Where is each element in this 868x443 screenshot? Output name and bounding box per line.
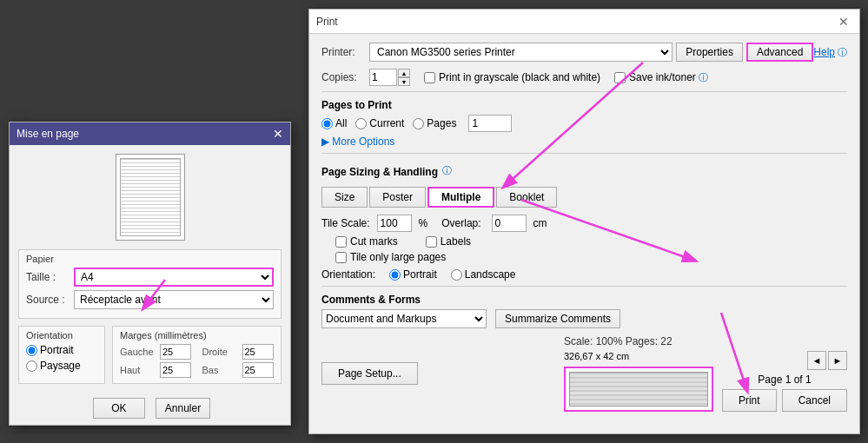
- grayscale-checkbox[interactable]: [424, 72, 435, 83]
- print-close-button[interactable]: ✕: [835, 15, 852, 29]
- tile-scale-row: Tile Scale: % Overlap: cm: [321, 215, 847, 232]
- tile-scale-input[interactable]: [377, 215, 412, 232]
- more-options-link[interactable]: ▶ More Options: [321, 136, 847, 148]
- nav-prev-button[interactable]: ◄: [807, 351, 826, 370]
- bottom-buttons: Print Cancel: [722, 389, 847, 412]
- taille-label: Taille :: [26, 271, 74, 283]
- page-info: Page 1 of 1: [722, 374, 847, 386]
- grayscale-label: Print in grayscale (black and white): [439, 71, 600, 83]
- gauche-input[interactable]: [160, 344, 191, 360]
- grayscale-checkbox-label[interactable]: Print in grayscale (black and white): [424, 71, 600, 83]
- marges-section: Marges (millimètres) Gauche Droite Haut: [112, 326, 282, 384]
- mise-paysage-text: Paysage: [40, 360, 81, 372]
- current-radio[interactable]: [355, 118, 367, 129]
- tab-multiple[interactable]: Multiple: [427, 187, 494, 208]
- copies-up-button[interactable]: ▲: [398, 69, 410, 77]
- marges-section-title: Marges (millimètres): [120, 330, 274, 341]
- bas-input[interactable]: [242, 362, 274, 378]
- preview-image: [569, 372, 708, 407]
- print-dialog: Print ✕ Printer: Canon MG3500 series Pri…: [308, 9, 860, 434]
- cut-marks-checkbox[interactable]: [335, 236, 347, 248]
- comments-select[interactable]: Document and Markups: [321, 309, 487, 328]
- properties-button[interactable]: Properties: [676, 43, 743, 62]
- copies-down-button[interactable]: ▼: [398, 77, 410, 86]
- copies-spinner: ▲ ▼: [398, 69, 410, 86]
- nav-next-button[interactable]: ►: [828, 351, 847, 370]
- mise-paysage-radio[interactable]: [26, 360, 37, 372]
- pages-radio[interactable]: [413, 118, 424, 129]
- save-ink-info-icon: ⓘ: [699, 71, 708, 84]
- taille-row: Taille : A4: [26, 268, 274, 287]
- tab-poster[interactable]: Poster: [369, 187, 426, 208]
- comments-row: Document and Markups Summarize Comments: [321, 309, 847, 328]
- printer-row: Printer: Canon MG3500 series Printer Pro…: [321, 43, 847, 62]
- all-label: All: [335, 117, 347, 129]
- landscape-radio[interactable]: [451, 269, 462, 281]
- tile-only-row: Tile only large pages: [321, 251, 847, 263]
- save-ink-checkbox[interactable]: [614, 72, 626, 83]
- summarize-comments-button[interactable]: Summarize Comments: [495, 309, 620, 328]
- labels-checkbox[interactable]: [426, 236, 437, 248]
- mise-portrait-text: Portrait: [40, 344, 74, 356]
- gauche-row: Gauche: [120, 344, 192, 360]
- print-dialog-body: Printer: Canon MG3500 series Printer Pro…: [309, 34, 859, 420]
- portrait-radio-label[interactable]: Portrait: [389, 268, 437, 281]
- orientation-marges-row: Orientation Portrait Paysage Marges (mil…: [18, 326, 282, 391]
- portrait-label: Portrait: [403, 268, 437, 281]
- copies-input[interactable]: [369, 69, 397, 86]
- all-radio[interactable]: [321, 118, 333, 129]
- landscape-radio-label[interactable]: Landscape: [451, 268, 516, 281]
- preview-box: [564, 367, 713, 412]
- preview-section: 326,67 x 42 cm ◄ ► Page 1 of 1: [564, 351, 847, 412]
- taille-select[interactable]: A4: [74, 268, 274, 287]
- print-button[interactable]: Print: [722, 389, 777, 412]
- footer-row: Page Setup... Scale: 100% Pages: 22 326,…: [321, 335, 847, 412]
- current-radio-label[interactable]: Current: [355, 117, 404, 129]
- pages-input[interactable]: [468, 115, 512, 132]
- save-ink-checkbox-label[interactable]: Save ink/toner: [614, 71, 696, 83]
- printer-select[interactable]: Canon MG3500 series Printer: [369, 43, 673, 62]
- portrait-radio[interactable]: [389, 269, 401, 281]
- cut-marks-label[interactable]: Cut marks: [335, 235, 398, 248]
- nav-page-section: ◄ ► Page 1 of 1 Print Cancel: [722, 351, 847, 412]
- mise-preview-inner: [120, 158, 181, 236]
- right-section: Scale: 100% Pages: 22 326,67 x 42 cm: [564, 335, 847, 412]
- source-select[interactable]: Réceptacle avant: [74, 290, 274, 309]
- tile-only-label[interactable]: Tile only large pages: [335, 251, 847, 263]
- tile-checkboxes-row: Cut marks Labels: [321, 235, 847, 248]
- orientation-label: Orientation:: [321, 268, 375, 281]
- copies-row: Copies: ▲ ▼ Print in grayscale (black an…: [321, 69, 847, 86]
- mise-en-page-dialog: Mise en page ✕ Papier Taille : A4 Source…: [9, 122, 291, 426]
- tile-scale-label: Tile Scale:: [321, 217, 370, 229]
- page-sizing-header: Page Sizing & Handling ⓘ: [321, 159, 847, 182]
- mise-paysage-label[interactable]: Paysage: [26, 360, 97, 372]
- page-sizing-title: Page Sizing & Handling: [321, 166, 438, 178]
- save-ink-label: Save ink/toner: [629, 71, 696, 83]
- orientation-row: Orientation: Portrait Landscape: [321, 268, 847, 281]
- page-setup-button[interactable]: Page Setup...: [321, 362, 418, 385]
- mise-portrait-radio[interactable]: [26, 345, 37, 356]
- mise-close-button[interactable]: ✕: [273, 127, 283, 141]
- tile-only-checkbox[interactable]: [335, 252, 347, 263]
- gauche-label: Gauche: [120, 347, 156, 357]
- droite-input[interactable]: [242, 344, 274, 360]
- cancel-button[interactable]: Cancel: [782, 389, 847, 412]
- printer-label: Printer:: [321, 46, 369, 58]
- mise-portrait-label[interactable]: Portrait: [26, 344, 97, 356]
- advanced-button[interactable]: Advanced: [746, 43, 813, 62]
- margins-grid: Gauche Droite Haut Bas: [120, 344, 274, 378]
- annuler-button[interactable]: Annuler: [156, 398, 210, 419]
- labels-checkbox-label[interactable]: Labels: [426, 235, 471, 248]
- ok-button[interactable]: OK: [93, 398, 145, 419]
- bas-label: Bas: [202, 365, 239, 375]
- all-radio-label[interactable]: All: [321, 117, 347, 129]
- tile-only-text: Tile only large pages: [350, 251, 446, 263]
- haut-row: Haut: [120, 362, 192, 378]
- haut-input[interactable]: [160, 362, 191, 378]
- tab-booklet[interactable]: Booklet: [496, 187, 557, 208]
- tab-size[interactable]: Size: [321, 187, 368, 208]
- overlap-input[interactable]: [492, 215, 527, 232]
- help-link[interactable]: Help: [813, 46, 835, 58]
- pages-radio-label[interactable]: Pages: [413, 117, 456, 129]
- source-label: Source :: [26, 294, 74, 306]
